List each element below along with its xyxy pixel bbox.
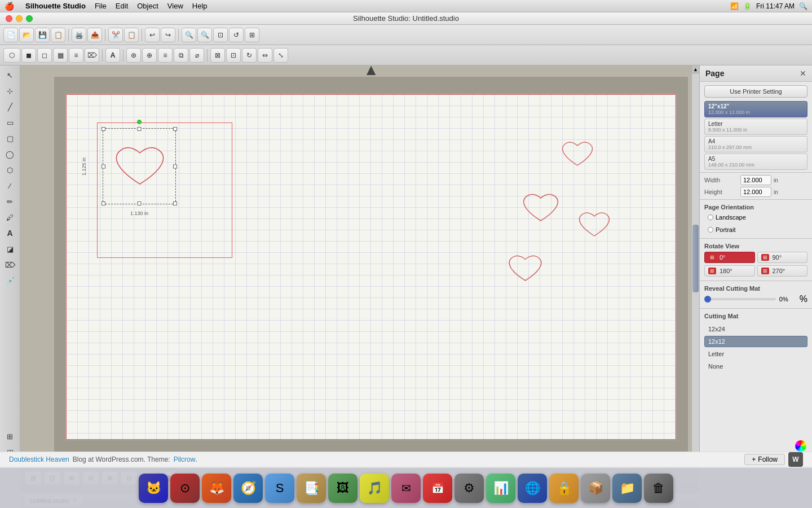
paint-tool[interactable]: ⌦ [3, 257, 17, 272]
mat-12x24[interactable]: 12x24 [704, 323, 807, 335]
minimize-button[interactable] [16, 15, 23, 22]
node-tool[interactable]: ⊹ [3, 84, 17, 98]
handle-ml[interactable] [102, 164, 105, 168]
send-silhouette-button[interactable]: ⬡ [3, 48, 20, 63]
grid-button[interactable]: ⊞ [245, 28, 259, 42]
reveal-slider-thumb[interactable] [704, 296, 711, 303]
rotate-270-btn[interactable]: ⊞ 270° [757, 265, 808, 277]
gradient-button[interactable]: ▦ [53, 48, 68, 63]
dock-chrome[interactable]: ⊙ [170, 474, 200, 503]
scroll-up-btn[interactable]: ▲ [692, 65, 699, 73]
search-icon[interactable]: 🔍 [799, 2, 807, 10]
blog-name-link[interactable]: Doublestick Heaven [9, 456, 69, 463]
page-size-a5[interactable]: A5 148.00 x 210.00 mm [704, 154, 807, 170]
portrait-radio[interactable] [708, 227, 713, 233]
pencil-tool[interactable]: ✏ [3, 194, 17, 209]
scroll-thumb-v[interactable] [692, 225, 699, 292]
menu-object[interactable]: Object [137, 2, 158, 10]
handle-tm[interactable] [138, 127, 142, 131]
replicate-button[interactable]: ⧉ [174, 48, 188, 63]
fill-button[interactable]: ◼ [21, 48, 36, 63]
cut-button[interactable]: ✂️ [108, 28, 123, 42]
dock-app2[interactable]: 📑 [297, 474, 326, 503]
menu-file[interactable]: File [95, 2, 107, 10]
knife-tool[interactable]: ∕ [3, 178, 17, 193]
dock-app7[interactable]: 📦 [581, 474, 610, 503]
page-size-12x12[interactable]: 12"x12" 12.000 x 12.000 in [704, 101, 807, 117]
select-tool[interactable]: ↖ [3, 68, 17, 82]
pattern-button[interactable]: ≡ [69, 48, 83, 63]
close-button[interactable] [6, 15, 12, 22]
undo-button[interactable]: ↩ [145, 28, 160, 42]
dock-app1[interactable]: S [265, 474, 294, 503]
dock-firefox[interactable]: 🦊 [202, 474, 231, 503]
zoom-fit-button[interactable]: ⊡ [213, 28, 228, 42]
paper[interactable]: 1.125 in 1.130 in [65, 94, 677, 440]
line-tool[interactable]: ╱ [3, 99, 17, 114]
maximize-button[interactable] [26, 15, 33, 22]
mat-letter[interactable]: Letter [704, 348, 807, 360]
save-button[interactable]: 💾 [35, 28, 50, 42]
knife-button[interactable]: ⌀ [189, 48, 204, 63]
eraser-button[interactable]: ⌦ [85, 48, 99, 63]
zoom-reset-button[interactable]: ↺ [229, 28, 244, 42]
transform-button[interactable]: ⊠ [210, 48, 225, 63]
rotate-0-btn[interactable]: ⊞ 0° [704, 252, 755, 263]
zoom-in-button[interactable]: 🔍 [182, 28, 196, 42]
dock-app6[interactable]: 🔒 [549, 474, 579, 503]
expand-button[interactable]: ⤡ [273, 48, 288, 63]
rotation-handle[interactable] [137, 120, 142, 124]
handle-br[interactable] [173, 202, 177, 205]
follow-button[interactable]: + Follow [744, 454, 785, 465]
panel-close-button[interactable]: ✕ [800, 69, 806, 78]
dock-safari2[interactable]: 🌐 [518, 474, 547, 503]
dock-folder[interactable]: 📁 [612, 474, 642, 503]
dock-activity[interactable]: 📊 [486, 474, 515, 503]
send-button[interactable]: 📤 [87, 28, 102, 42]
handle-mr[interactable] [173, 164, 177, 168]
flip-button[interactable]: ⇔ [258, 48, 272, 63]
dock-trash[interactable]: 🗑 [644, 474, 673, 503]
width-input[interactable] [740, 175, 771, 185]
eyedropper-tool[interactable]: 💉 [3, 273, 17, 288]
text-button[interactable]: A [105, 48, 120, 63]
page-canvas[interactable]: ▲ 1.125 in 1.130 in [54, 77, 688, 452]
landscape-btn[interactable]: Landscape [704, 213, 749, 222]
handle-bl[interactable] [102, 202, 105, 205]
handle-tr[interactable] [173, 127, 177, 131]
weld-button[interactable]: ⊕ [142, 48, 157, 63]
trace-button[interactable]: ⊛ [126, 48, 141, 63]
dock-app4[interactable]: 🎵 [360, 474, 389, 503]
zoom-out-button[interactable]: 🔍 [197, 28, 212, 42]
mat-none[interactable]: None [704, 361, 807, 372]
apple-menu[interactable]: 🍎 [5, 2, 14, 11]
crop-tool[interactable]: ⊞ [3, 429, 17, 444]
handle-bm[interactable] [138, 202, 142, 205]
dock-cal[interactable]: 📅 [423, 474, 452, 503]
dock-safari[interactable]: 🧭 [233, 474, 263, 503]
color-wheel[interactable] [795, 440, 806, 452]
use-printer-setting-btn[interactable]: Use Printer Setting [704, 85, 807, 98]
menu-help[interactable]: Help [192, 2, 208, 10]
vertical-scrollbar[interactable]: ▲ ▼ [691, 65, 699, 463]
pen-tool[interactable]: 🖊 [3, 210, 17, 225]
rounded-rect-tool[interactable]: ▢ [3, 131, 17, 146]
page-size-letter[interactable]: Letter 8.500 x 11.000 in [704, 119, 807, 135]
polygon-tool[interactable]: ⬡ [3, 163, 17, 177]
handle-tl[interactable] [102, 127, 105, 131]
print-button[interactable]: 🖨️ [72, 28, 86, 42]
save-as-button[interactable]: 📋 [51, 28, 65, 42]
rotate-180-btn[interactable]: ⊞ 180° [704, 265, 755, 277]
resize-button[interactable]: ⊡ [226, 48, 241, 63]
landscape-radio[interactable] [708, 214, 713, 220]
mat-12x12[interactable]: 12x12 [704, 336, 807, 347]
ellipse-tool[interactable]: ◯ [3, 147, 17, 161]
rotate2-button[interactable]: ↻ [242, 48, 257, 63]
menu-view[interactable]: View [167, 2, 183, 10]
portrait-btn[interactable]: Portrait [704, 225, 739, 234]
reveal-slider-track[interactable] [704, 298, 776, 300]
text-tool[interactable]: A [3, 226, 17, 240]
dock-app5[interactable]: ✉ [391, 474, 421, 503]
align-button[interactable]: ≡ [158, 48, 173, 63]
redo-button[interactable]: ↪ [161, 28, 175, 42]
